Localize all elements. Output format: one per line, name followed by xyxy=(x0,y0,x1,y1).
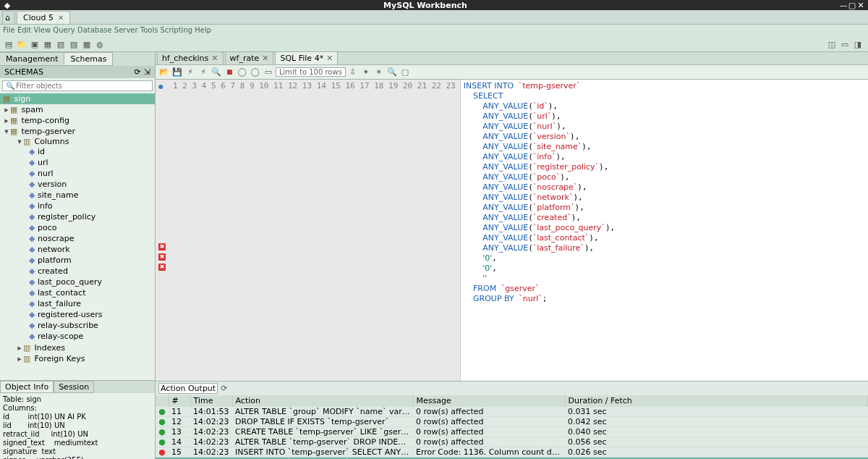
output-row[interactable]: ●1314:02:23CREATE TABLE `temp-gserver` L… xyxy=(156,427,868,437)
close-icon[interactable]: ✕ xyxy=(326,54,333,63)
tool-icon[interactable]: ▣ xyxy=(29,39,41,51)
open-sql-icon[interactable]: 📁 xyxy=(16,39,27,51)
beautify-icon[interactable]: ✦ xyxy=(360,67,372,77)
tree-column-item[interactable]: ◆ platform xyxy=(26,255,155,266)
tree-column-item[interactable]: ◆ info xyxy=(26,201,155,211)
minimize-button[interactable]: — xyxy=(839,1,848,10)
schema-tree[interactable]: ▦ sign ▸▦ spam ▸▦ temp-config ▾▦ temp-gs… xyxy=(0,93,155,380)
stop-icon[interactable]: ⏹ xyxy=(224,67,235,77)
management-tab[interactable]: Management xyxy=(0,52,64,66)
editor-toolbar: 📂 💾 ⚡ ⚡ 🔍 ⏹ ◯ ◯ ▭ Limit to 100 rows ⇩ ✦ … xyxy=(156,65,868,80)
tool-icon[interactable]: ⇩ xyxy=(347,67,359,77)
tree-column-item[interactable]: ◆ registered-users xyxy=(26,309,155,320)
main-toolbar: ▤ 📁 ▣ ▦ ▧ ▨ ▩ ◍ ◫ ▭ ◨ xyxy=(0,38,868,52)
tree-column-item[interactable]: ◆ last_failure xyxy=(26,298,155,309)
sidebar: Management Schemas SCHEMAS ⟳⇲ 🔍 ▦ sign ▸… xyxy=(0,52,156,459)
tree-column-item[interactable]: ◆ poco xyxy=(26,222,155,233)
col-num[interactable]: # xyxy=(169,395,190,407)
object-info-tab[interactable]: Object Info xyxy=(0,381,54,393)
tree-column-item[interactable]: ◆ relay-scope xyxy=(26,331,155,342)
search-icon[interactable]: 🔍 xyxy=(386,67,398,77)
line-gutter: ●1 2 3 4 5 6 7 8 9 10 11 12 13 14 15 16 … xyxy=(156,80,461,381)
schemas-header: SCHEMAS ⟳⇲ xyxy=(0,66,155,78)
output-row[interactable]: ●1214:02:23DROP TABLE IF EXISTS `temp-gs… xyxy=(156,417,868,427)
tool-icon[interactable]: ▩ xyxy=(81,39,93,51)
output-type-select[interactable]: Action Output xyxy=(158,383,218,394)
new-sql-tab-icon[interactable]: ▤ xyxy=(3,39,14,51)
execute-step-icon[interactable]: ⚡ xyxy=(197,67,209,77)
status-icon: ● xyxy=(156,447,169,458)
home-icon: ⌂ xyxy=(5,13,10,22)
col-action[interactable]: Action xyxy=(232,395,413,407)
col-time[interactable]: Time xyxy=(190,395,232,407)
action-output-grid[interactable]: # Time Action Message Duration / Fetch ●… xyxy=(156,395,868,459)
tool-icon[interactable]: ▨ xyxy=(68,39,80,51)
output-spinner-icon[interactable]: ⟳ xyxy=(221,384,227,393)
output-row[interactable]: ●1414:02:23ALTER TABLE `temp-gserver` DR… xyxy=(156,437,868,447)
home-tab[interactable]: ⌂ xyxy=(2,11,15,24)
close-icon[interactable]: ✕ xyxy=(58,14,64,22)
connection-tab[interactable]: Cloud 5 ✕ xyxy=(17,11,70,24)
sql-editor[interactable]: INSERT INTO `temp-gserver` SELECT ANY_VA… xyxy=(461,80,868,381)
tree-column-item[interactable]: ◆ register_policy xyxy=(26,211,155,222)
tree-column-item[interactable]: ◆ url xyxy=(26,157,155,168)
status-icon: ● xyxy=(156,437,169,447)
panel-toggle-icon[interactable]: ▭ xyxy=(839,39,851,51)
schemas-tab[interactable]: Schemas xyxy=(64,52,113,66)
row-limit-select[interactable]: Limit to 100 rows xyxy=(276,67,346,77)
panel-toggle-icon[interactable]: ◨ xyxy=(852,39,864,51)
output-row[interactable]: ●1514:02:23INSERT INTO `temp-gserver` SE… xyxy=(156,447,868,458)
session-tab[interactable]: Session xyxy=(54,381,94,393)
tree-indexes[interactable]: ▸▥ Indexes xyxy=(13,342,155,353)
tree-item-spam[interactable]: ▸▦ spam xyxy=(0,104,155,115)
tool-icon[interactable]: ▢ xyxy=(399,67,411,77)
expand-icon[interactable]: ⇲ xyxy=(144,67,150,77)
execute-icon[interactable]: ⚡ xyxy=(184,67,196,77)
tool-icon[interactable]: ◍ xyxy=(94,39,106,51)
tree-item-temp-config[interactable]: ▸▦ temp-config xyxy=(0,115,155,126)
tree-columns[interactable]: ▾▥ Columns ◆ id◆ url◆ nurl◆ version◆ sit… xyxy=(13,136,155,342)
tree-column-item[interactable]: ◆ network xyxy=(26,244,155,255)
tool-icon[interactable]: ▧ xyxy=(55,39,67,51)
open-icon[interactable]: 📂 xyxy=(158,67,170,77)
status-icon: ● xyxy=(156,427,169,437)
tree-column-item[interactable]: ◆ last_contact xyxy=(26,287,155,298)
col-duration[interactable]: Duration / Fetch xyxy=(565,395,868,407)
tree-column-item[interactable]: ◆ noscrape xyxy=(26,233,155,244)
tree-column-item[interactable]: ◆ last_poco_query xyxy=(26,277,155,287)
tree-foreign-keys[interactable]: ▸▥ Foreign Keys xyxy=(13,353,155,364)
editor-tab[interactable]: wf_rate✕ xyxy=(225,51,274,64)
tree-column-item[interactable]: ◆ relay-subscribe xyxy=(26,320,155,331)
tree-column-item[interactable]: ◆ id xyxy=(26,146,155,157)
action-output-header: Action Output ⟳ xyxy=(156,381,868,395)
close-button[interactable]: ✕ xyxy=(856,1,865,10)
connection-tabbar: ⌂ Cloud 5 ✕ xyxy=(0,10,868,25)
autocommit-icon[interactable]: ▭ xyxy=(263,67,274,77)
status-icon: ● xyxy=(156,417,169,427)
maximize-button[interactable]: ▢ xyxy=(848,1,856,10)
tool-icon[interactable]: ▦ xyxy=(42,39,54,51)
tree-column-item[interactable]: ◆ site_name xyxy=(26,190,155,201)
output-row[interactable]: ●1114:01:53ALTER TABLE `group` MODIFY `n… xyxy=(156,407,868,417)
editor-tab[interactable]: hf_checkins✕ xyxy=(157,51,224,64)
rollback-icon[interactable]: ◯ xyxy=(250,67,261,77)
filter-input[interactable] xyxy=(2,80,153,91)
tree-column-item[interactable]: ◆ nurl xyxy=(26,168,155,179)
tree-column-item[interactable]: ◆ version xyxy=(26,179,155,190)
tree-column-item[interactable]: ◆ created xyxy=(26,266,155,277)
close-icon[interactable]: ✕ xyxy=(262,54,268,63)
explain-icon[interactable]: 🔍 xyxy=(210,67,222,77)
tool-icon[interactable]: ✴ xyxy=(373,67,385,77)
close-icon[interactable]: ✕ xyxy=(211,54,218,63)
col-message[interactable]: Message xyxy=(413,395,565,407)
panel-toggle-icon[interactable]: ◫ xyxy=(826,39,838,51)
commit-icon[interactable]: ◯ xyxy=(237,67,248,77)
tree-item-sign[interactable]: ▦ sign xyxy=(0,93,155,104)
tree-item-temp-gserver[interactable]: ▾▦ temp-gserver ▾▥ Columns ◆ id◆ url◆ nu… xyxy=(0,126,155,365)
status-icon: ● xyxy=(156,407,169,417)
save-icon[interactable]: 💾 xyxy=(171,67,183,77)
refresh-icon[interactable]: ⟳ xyxy=(135,67,141,77)
editor-area: hf_checkins✕ wf_rate✕ SQL File 4*✕ 📂 💾 ⚡… xyxy=(156,52,868,459)
menubar[interactable]: File Edit View Query Database Server Too… xyxy=(0,25,868,38)
editor-tab-active[interactable]: SQL File 4*✕ xyxy=(275,51,338,64)
